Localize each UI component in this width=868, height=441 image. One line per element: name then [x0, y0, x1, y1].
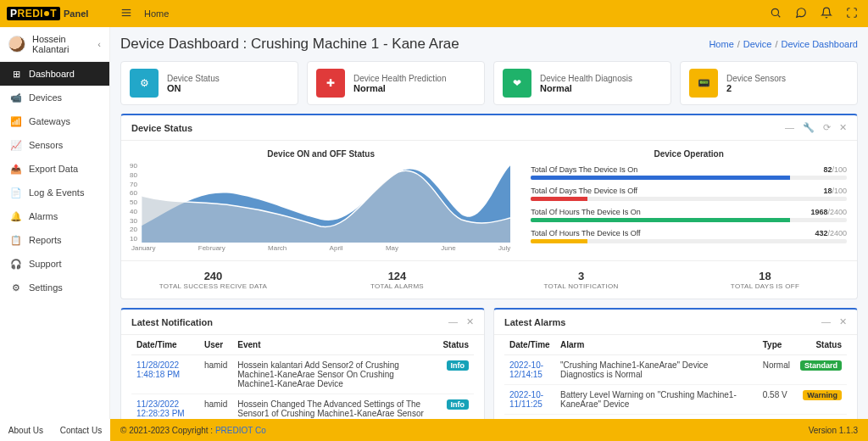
sidebar-item-label: Dashboard: [29, 69, 75, 79]
footer-about-link[interactable]: About Us: [8, 426, 43, 435]
sidebar-item-label: Support: [29, 259, 62, 269]
sidebar-item-gateways[interactable]: 📶Gateways: [0, 109, 109, 133]
metric-value: 18: [823, 187, 832, 195]
latest-notification-panel: Latest Notification — ✕ Date/TimeUserEve…: [120, 308, 485, 419]
breadcrumb-home[interactable]: Home: [144, 8, 169, 19]
card-value: Normal: [353, 83, 447, 93]
stat-label: TOTAL SUCCESS RECIVE DATA: [125, 282, 302, 290]
sidebar-item-support[interactable]: 🎧Support: [0, 252, 109, 276]
sidebar-item-alarms[interactable]: 🔔Alarms: [0, 204, 109, 228]
table-row[interactable]: 2022-10-11/11:25 Battery Level Warning o…: [504, 385, 847, 415]
card-icon: ⚙: [130, 69, 159, 98]
sidebar-item-dashboard[interactable]: ⊞Dashboard: [0, 62, 109, 86]
stat-item: 3TOTAL NOTIFICATION: [489, 261, 673, 299]
status-card: ❤ Device Health DiagnosisNormal: [493, 61, 671, 105]
metric-value: 82: [823, 165, 832, 174]
notifications-table: Date/TimeUserEventStatus 11/28/2022 1:48…: [131, 335, 474, 419]
operation-metric: Total Of Days The Device Is On82/100: [531, 165, 847, 180]
breadcrumb-link[interactable]: Device Dashboard: [782, 39, 859, 49]
chevron-left-icon: ‹: [97, 39, 101, 49]
close-icon[interactable]: ✕: [466, 316, 474, 327]
panel-title: Device Status: [131, 123, 192, 133]
menu-toggle-icon[interactable]: [120, 7, 132, 21]
metric-label: Total Of Days The Device Is On: [531, 165, 637, 174]
table-row[interactable]: 11/28/2022 1:48:18 PM hamid Hossein kala…: [131, 355, 474, 394]
collapse-icon[interactable]: —: [785, 122, 794, 133]
sidebar-item-label: Devices: [29, 92, 62, 103]
sidebar-item-label: Gateways: [29, 116, 70, 126]
footer-contact-link[interactable]: Contact Us: [60, 426, 102, 435]
cell-datetime: 2022-10-11/11:25: [504, 385, 555, 415]
stat-value: 3: [492, 270, 670, 282]
alarms-table: Date/TimeAlarmTypeStatus 2022-10-12/14:1…: [504, 335, 847, 415]
cell-datetime: 11/28/2022 1:48:18 PM: [131, 355, 199, 394]
stat-value: 240: [125, 270, 302, 282]
search-icon[interactable]: [770, 7, 782, 21]
metric-value: 1968: [810, 208, 827, 216]
cell-alarm: "Crushing Machine1-KaneArae" Device Diag…: [555, 355, 758, 385]
brand-panel-label: Panel: [64, 8, 88, 19]
chat-icon[interactable]: [795, 7, 807, 21]
sidebar-item-label: Alarms: [29, 211, 58, 221]
refresh-icon[interactable]: ⟳: [823, 122, 831, 133]
card-label: Device Status: [167, 74, 220, 83]
close-icon[interactable]: ✕: [839, 122, 847, 133]
status-badge: Info: [447, 399, 470, 410]
table-row[interactable]: 11/23/2022 12:28:23 PM hamid Hossein Cha…: [131, 394, 474, 420]
nav-icon: 🔔: [10, 210, 22, 222]
sidebar-item-export-data[interactable]: 📤Export Data: [0, 157, 109, 181]
operation-metric: Total Of Hours The Device Is Off432/2400: [531, 229, 847, 243]
footer-version: Version 1.1.3: [809, 426, 858, 435]
stat-label: TOTAL NOTIFICATION: [492, 282, 670, 290]
breadcrumb: Home/Device/Device Dashboard: [709, 39, 858, 49]
metric-label: Total Of Days The Device Is Off: [531, 187, 637, 195]
operation-metric: Total Of Days The Device Is Off18/100: [531, 187, 847, 201]
user-profile[interactable]: Hossein Kalantari ‹: [0, 27, 109, 62]
collapse-icon[interactable]: —: [821, 316, 831, 327]
chart-title: Device ON and OFF Status: [131, 149, 510, 159]
sidebar-item-devices[interactable]: 📹Devices: [0, 86, 109, 109]
metric-max: /2400: [827, 208, 847, 216]
cell-datetime: 2022-10-12/14:15: [504, 355, 555, 385]
card-value: 2: [726, 83, 786, 93]
nav-icon: 📶: [10, 115, 22, 127]
cell-event: Hossein Changed The Advanced Settings of…: [232, 394, 437, 420]
table-row[interactable]: 2022-10-12/14:15 "Crushing Machine1-Kane…: [504, 355, 847, 385]
fullscreen-icon[interactable]: [846, 7, 858, 21]
status-badge: Info: [447, 360, 470, 371]
sidebar-item-sensors[interactable]: 📈Sensors: [0, 133, 109, 157]
table-header: Alarm: [555, 335, 758, 355]
on-off-chart: 908070605040302010: [131, 162, 510, 243]
bell-icon[interactable]: [821, 7, 832, 21]
metric-max: /2400: [827, 229, 847, 237]
table-header: Status: [795, 335, 847, 355]
stat-label: TOTAL DAYS IS OFF: [676, 282, 854, 290]
tool-icon[interactable]: 🔧: [803, 122, 815, 133]
nav-icon: 📋: [10, 234, 22, 246]
close-icon[interactable]: ✕: [839, 316, 847, 327]
sidebar-item-settings[interactable]: ⚙Settings: [0, 276, 109, 299]
status-card: 📟 Device Sensors2: [680, 61, 858, 105]
nav-icon: 📤: [10, 163, 22, 175]
cell-type: 0.58 V: [758, 385, 795, 415]
breadcrumb-link[interactable]: Device: [743, 39, 772, 49]
card-label: Device Health Prediction: [353, 74, 447, 83]
card-icon: 📟: [689, 69, 718, 98]
card-icon: ❤: [503, 69, 531, 98]
sidebar-item-reports[interactable]: 📋Reports: [0, 228, 109, 252]
footer-company-link[interactable]: PREDIOT Co: [215, 426, 266, 435]
cell-alarm: Battery Level Warning on "Crushing Machi…: [555, 385, 758, 415]
table-header: Type: [758, 335, 795, 355]
stat-item: 124TOTAL ALARMS: [305, 261, 489, 299]
nav-icon: 📹: [10, 92, 22, 103]
cell-event: Hossein kalantari Add Sensor2 of Crushin…: [232, 355, 437, 394]
stat-item: 240TOTAL SUCCESS RECIVE DATA: [121, 261, 305, 299]
breadcrumb-link[interactable]: Home: [709, 39, 733, 49]
collapse-icon[interactable]: —: [448, 316, 458, 327]
nav-icon: 🎧: [10, 258, 22, 270]
metric-max: /100: [832, 187, 847, 195]
card-value: Normal: [540, 83, 632, 93]
sidebar-item-log-events[interactable]: 📄Log & Events: [0, 181, 109, 204]
card-label: Device Health Diagnosis: [540, 74, 632, 83]
cell-user: hamid: [199, 355, 232, 394]
